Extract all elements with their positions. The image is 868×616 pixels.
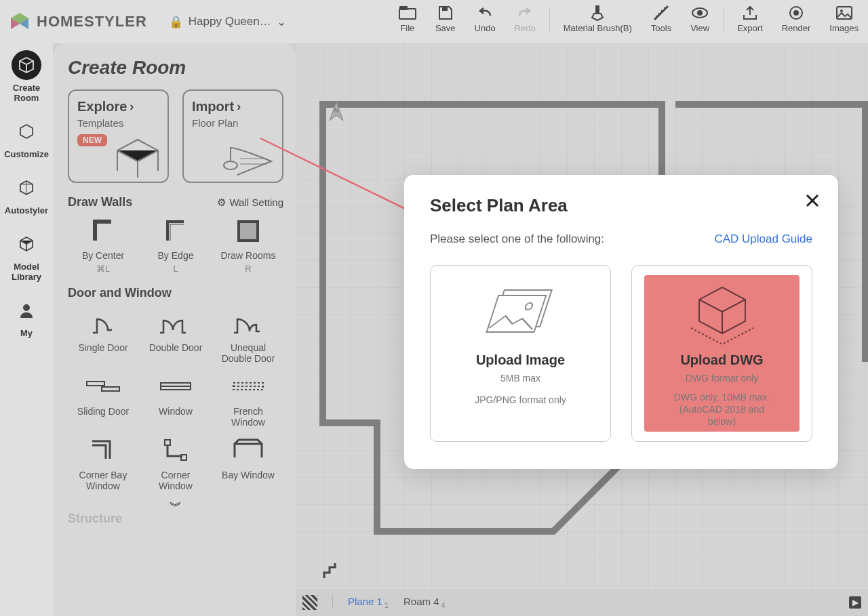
select-plan-area-modal: Select Plan Area Please select one of th… xyxy=(404,175,838,469)
modal-title: Select Plan Area xyxy=(430,195,812,216)
dwg-model-icon xyxy=(682,281,763,346)
cad-upload-guide-link[interactable]: CAD Upload Guide xyxy=(714,232,812,246)
close-button[interactable] xyxy=(804,192,821,211)
upload-image-option[interactable]: Upload Image 5MB max JPG/PNG format only xyxy=(430,265,611,442)
image-stack-icon xyxy=(484,281,558,346)
upload-dwg-option[interactable]: Upload DWG DWG format only DWG only, 10M… xyxy=(631,265,812,442)
modal-hint: Please select one of the following: xyxy=(430,232,604,246)
close-icon xyxy=(804,192,821,209)
